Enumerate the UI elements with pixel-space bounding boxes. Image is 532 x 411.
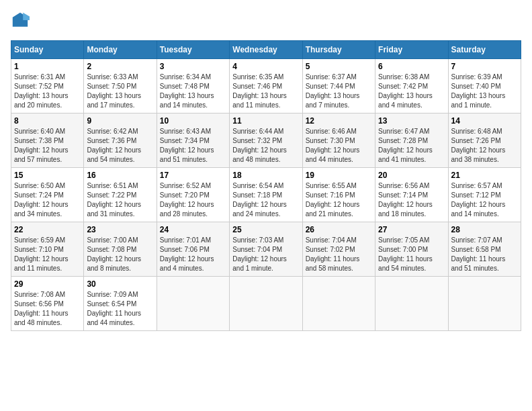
day-info: Sunrise: 6:35 AM Sunset: 7:46 PM Dayligh… (232, 73, 299, 110)
weekday-header-saturday: Saturday (448, 41, 521, 59)
day-info: Sunrise: 6:34 AM Sunset: 7:48 PM Dayligh… (160, 73, 226, 110)
calendar-cell: 9 Sunrise: 6:42 AM Sunset: 7:36 PM Dayli… (84, 113, 157, 168)
day-number: 9 (87, 116, 153, 126)
day-info: Sunrise: 6:43 AM Sunset: 7:34 PM Dayligh… (160, 127, 226, 165)
header (11, 11, 521, 32)
calendar-table: SundayMondayTuesdayWednesdayThursdayFrid… (11, 40, 521, 331)
day-info: Sunrise: 6:51 AM Sunset: 7:22 PM Dayligh… (87, 181, 153, 219)
calendar-cell: 13 Sunrise: 6:47 AM Sunset: 7:28 PM Dayl… (375, 113, 448, 168)
day-number: 2 (87, 62, 153, 71)
logo-icon (11, 11, 30, 32)
day-number: 1 (14, 62, 81, 71)
week-row-4: 22 Sunrise: 6:59 AM Sunset: 7:10 PM Dayl… (11, 222, 521, 277)
day-info: Sunrise: 6:31 AM Sunset: 7:52 PM Dayligh… (14, 73, 81, 110)
svg-marker-1 (23, 13, 30, 20)
day-number: 13 (378, 116, 445, 126)
day-number: 11 (232, 116, 299, 126)
day-number: 8 (14, 116, 81, 126)
day-info: Sunrise: 6:55 AM Sunset: 7:16 PM Dayligh… (306, 181, 372, 219)
day-info: Sunrise: 7:05 AM Sunset: 7:00 PM Dayligh… (378, 236, 445, 273)
day-info: Sunrise: 7:07 AM Sunset: 6:58 PM Dayligh… (451, 236, 518, 273)
day-info: Sunrise: 6:44 AM Sunset: 7:32 PM Dayligh… (232, 127, 299, 165)
weekday-header-thursday: Thursday (302, 41, 375, 59)
calendar-cell: 14 Sunrise: 6:48 AM Sunset: 7:26 PM Dayl… (448, 113, 521, 168)
day-number: 30 (87, 279, 153, 289)
day-info: Sunrise: 6:50 AM Sunset: 7:24 PM Dayligh… (14, 181, 81, 219)
day-info: Sunrise: 6:46 AM Sunset: 7:30 PM Dayligh… (306, 127, 372, 165)
calendar-cell: 6 Sunrise: 6:38 AM Sunset: 7:42 PM Dayli… (375, 59, 448, 113)
day-info: Sunrise: 6:38 AM Sunset: 7:42 PM Dayligh… (378, 73, 445, 110)
day-info: Sunrise: 6:54 AM Sunset: 7:18 PM Dayligh… (232, 181, 299, 219)
day-info: Sunrise: 6:56 AM Sunset: 7:14 PM Dayligh… (378, 181, 445, 219)
day-number: 29 (14, 279, 81, 289)
calendar-cell: 8 Sunrise: 6:40 AM Sunset: 7:38 PM Dayli… (11, 113, 84, 168)
day-number: 15 (14, 171, 81, 180)
weekday-header-row: SundayMondayTuesdayWednesdayThursdayFrid… (11, 41, 521, 59)
day-number: 16 (87, 171, 153, 180)
day-number: 6 (378, 62, 445, 71)
day-info: Sunrise: 6:48 AM Sunset: 7:26 PM Dayligh… (451, 127, 518, 165)
calendar-cell: 19 Sunrise: 6:55 AM Sunset: 7:16 PM Dayl… (302, 168, 375, 222)
day-number: 25 (232, 225, 299, 234)
calendar-cell (375, 277, 448, 331)
calendar-cell: 26 Sunrise: 7:04 AM Sunset: 7:02 PM Dayl… (302, 222, 375, 277)
calendar-cell: 29 Sunrise: 7:08 AM Sunset: 6:56 PM Dayl… (11, 277, 84, 331)
calendar-cell: 23 Sunrise: 7:00 AM Sunset: 7:08 PM Dayl… (84, 222, 157, 277)
day-number: 23 (87, 225, 153, 234)
calendar-cell: 17 Sunrise: 6:52 AM Sunset: 7:20 PM Dayl… (157, 168, 229, 222)
calendar-cell: 11 Sunrise: 6:44 AM Sunset: 7:32 PM Dayl… (230, 113, 302, 168)
calendar-cell: 25 Sunrise: 7:03 AM Sunset: 7:04 PM Dayl… (230, 222, 302, 277)
calendar-cell (302, 277, 375, 331)
calendar-cell: 4 Sunrise: 6:35 AM Sunset: 7:46 PM Dayli… (230, 59, 302, 113)
day-number: 27 (378, 225, 445, 234)
day-info: Sunrise: 7:04 AM Sunset: 7:02 PM Dayligh… (306, 236, 372, 273)
calendar-cell: 10 Sunrise: 6:43 AM Sunset: 7:34 PM Dayl… (157, 113, 229, 168)
day-info: Sunrise: 6:42 AM Sunset: 7:36 PM Dayligh… (87, 127, 153, 165)
weekday-header-sunday: Sunday (11, 41, 84, 59)
day-number: 7 (451, 62, 518, 71)
day-number: 3 (160, 62, 226, 71)
calendar-cell: 20 Sunrise: 6:56 AM Sunset: 7:14 PM Dayl… (375, 168, 448, 222)
logo (11, 11, 32, 32)
day-info: Sunrise: 7:01 AM Sunset: 7:06 PM Dayligh… (160, 236, 226, 273)
calendar-cell: 24 Sunrise: 7:01 AM Sunset: 7:06 PM Dayl… (157, 222, 229, 277)
week-row-5: 29 Sunrise: 7:08 AM Sunset: 6:56 PM Dayl… (11, 277, 521, 331)
day-number: 17 (160, 171, 226, 180)
calendar-cell: 2 Sunrise: 6:33 AM Sunset: 7:50 PM Dayli… (84, 59, 157, 113)
calendar-cell (157, 277, 229, 331)
week-row-1: 1 Sunrise: 6:31 AM Sunset: 7:52 PM Dayli… (11, 59, 521, 113)
day-number: 28 (451, 225, 518, 234)
calendar-cell: 12 Sunrise: 6:46 AM Sunset: 7:30 PM Dayl… (302, 113, 375, 168)
calendar-cell: 1 Sunrise: 6:31 AM Sunset: 7:52 PM Dayli… (11, 59, 84, 113)
calendar-cell: 22 Sunrise: 6:59 AM Sunset: 7:10 PM Dayl… (11, 222, 84, 277)
calendar-cell: 15 Sunrise: 6:50 AM Sunset: 7:24 PM Dayl… (11, 168, 84, 222)
calendar-cell: 18 Sunrise: 6:54 AM Sunset: 7:18 PM Dayl… (230, 168, 302, 222)
day-number: 19 (306, 171, 372, 180)
calendar-cell: 7 Sunrise: 6:39 AM Sunset: 7:40 PM Dayli… (448, 59, 521, 113)
day-info: Sunrise: 6:40 AM Sunset: 7:38 PM Dayligh… (14, 127, 81, 165)
day-number: 14 (451, 116, 518, 126)
day-info: Sunrise: 6:57 AM Sunset: 7:12 PM Dayligh… (451, 181, 518, 219)
week-row-3: 15 Sunrise: 6:50 AM Sunset: 7:24 PM Dayl… (11, 168, 521, 222)
day-info: Sunrise: 7:00 AM Sunset: 7:08 PM Dayligh… (87, 236, 153, 273)
calendar-cell (448, 277, 521, 331)
weekday-header-monday: Monday (84, 41, 157, 59)
week-row-2: 8 Sunrise: 6:40 AM Sunset: 7:38 PM Dayli… (11, 113, 521, 168)
day-info: Sunrise: 6:47 AM Sunset: 7:28 PM Dayligh… (378, 127, 445, 165)
day-number: 10 (160, 116, 226, 126)
day-info: Sunrise: 6:33 AM Sunset: 7:50 PM Dayligh… (87, 73, 153, 110)
weekday-header-tuesday: Tuesday (157, 41, 229, 59)
day-number: 22 (14, 225, 81, 234)
calendar-cell: 30 Sunrise: 7:09 AM Sunset: 6:54 PM Dayl… (84, 277, 157, 331)
day-number: 26 (306, 225, 372, 234)
calendar-cell: 5 Sunrise: 6:37 AM Sunset: 7:44 PM Dayli… (302, 59, 375, 113)
weekday-header-friday: Friday (375, 41, 448, 59)
day-info: Sunrise: 7:03 AM Sunset: 7:04 PM Dayligh… (232, 236, 299, 273)
day-number: 24 (160, 225, 226, 234)
day-number: 18 (232, 171, 299, 180)
day-number: 12 (306, 116, 372, 126)
day-info: Sunrise: 6:39 AM Sunset: 7:40 PM Dayligh… (451, 73, 518, 110)
calendar-cell: 27 Sunrise: 7:05 AM Sunset: 7:00 PM Dayl… (375, 222, 448, 277)
day-number: 21 (451, 171, 518, 180)
day-info: Sunrise: 6:59 AM Sunset: 7:10 PM Dayligh… (14, 236, 81, 273)
